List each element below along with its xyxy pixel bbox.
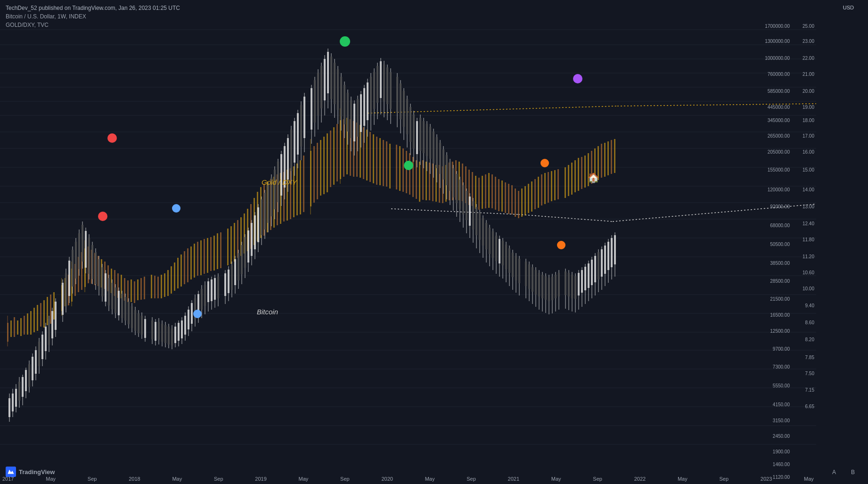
ratio-label-17: 17.00 [802,133,814,139]
svg-rect-346 [234,259,236,285]
ratio-label-785: 7.85 [805,355,814,360]
svg-rect-262 [88,238,90,274]
svg-rect-404 [334,63,336,104]
svg-rect-522 [535,270,537,295]
dot-purple-top-right [573,74,582,83]
svg-rect-478 [459,180,461,209]
svg-rect-500 [495,236,497,261]
chart-svg [0,12,816,464]
svg-rect-518 [528,264,530,289]
svg-rect-472 [449,162,451,191]
label-b[interactable]: B [851,469,855,476]
svg-rect-78 [157,277,159,298]
svg-rect-185 [515,189,516,217]
svg-rect-180 [498,179,500,211]
svg-rect-146 [383,140,384,186]
svg-rect-494 [485,223,487,249]
svg-rect-252 [72,250,74,287]
svg-rect-504 [502,241,504,265]
ratio-label-23: 23.00 [802,39,814,44]
svg-rect-384 [297,113,299,155]
svg-rect-428 [373,72,375,109]
dot-green-top [340,36,350,47]
svg-rect-462 [433,131,434,164]
svg-rect-121 [303,156,304,212]
svg-rect-450 [413,115,415,148]
svg-rect-98 [227,229,229,265]
svg-rect-476 [456,174,458,203]
price-label-50500: 50500.00 [770,242,790,247]
svg-rect-83 [174,263,175,291]
ratio-label-665: 6.65 [805,404,814,409]
tradingview-text: TradingView [19,468,55,476]
svg-rect-400 [327,52,329,93]
bitcoin-label: Bitcoin [257,308,278,316]
svg-rect-536 [558,273,560,296]
svg-rect-328 [201,289,203,310]
svg-rect-79 [161,275,162,298]
dot-blue-bottom [193,310,202,318]
svg-rect-87 [187,248,188,282]
svg-rect-430 [377,66,378,103]
svg-rect-534 [555,275,557,298]
label-a[interactable]: A [832,469,836,476]
svg-rect-46 [53,292,55,320]
svg-rect-392 [314,80,316,123]
svg-rect-444 [403,91,405,127]
svg-rect-314 [178,323,180,341]
publisher-info: TechDev_52 published on TradingView.com,… [6,4,180,12]
ratio-label-20: 20.00 [802,89,814,94]
svg-rect-560 [601,249,603,277]
svg-rect-524 [538,273,540,296]
svg-rect-97 [220,232,221,268]
svg-rect-192 [538,177,539,208]
svg-rect-240 [48,319,50,345]
svg-rect-142 [369,132,371,182]
price-label-1460: 1460.00 [773,462,790,467]
svg-rect-342 [228,270,229,293]
svg-rect-81 [167,270,169,296]
svg-rect-408 [340,77,342,116]
price-label-28500: 28500.00 [770,279,790,284]
svg-rect-71 [131,279,132,302]
svg-rect-540 [568,273,570,296]
svg-rect-44 [47,297,48,325]
svg-rect-456 [423,121,425,153]
svg-rect-422 [363,88,365,126]
time-label-may2020: May [425,476,435,482]
svg-rect-91 [200,240,202,275]
svg-rect-177 [488,173,490,208]
svg-rect-228 [28,364,30,387]
svg-rect-173 [475,176,476,209]
svg-rect-145 [379,138,381,185]
svg-rect-282 [121,294,123,318]
svg-rect-514 [518,259,520,283]
price-label-12500: 12500.00 [770,328,790,334]
svg-rect-214 [614,139,615,173]
price-label-68000: 68000.00 [770,223,790,228]
svg-rect-468 [442,149,444,180]
svg-rect-566 [611,238,613,267]
svg-rect-362 [261,199,262,235]
svg-rect-516 [525,262,527,286]
svg-rect-480 [462,185,464,214]
chart-container: TechDev_52 published on TradingView.com,… [0,0,868,484]
svg-rect-538 [565,271,566,295]
price-label-445000: 445000.00 [768,105,790,110]
svg-rect-125 [317,143,318,199]
svg-rect-244 [55,302,57,330]
svg-rect-260 [85,231,87,268]
svg-rect-378 [287,138,289,180]
time-label-sep2017: Sep [88,476,97,482]
ratio-label-820: 8.20 [805,337,814,342]
svg-rect-268 [98,259,100,290]
svg-rect-37 [24,316,25,335]
svg-rect-420 [360,94,362,132]
svg-rect-82 [171,266,172,294]
svg-rect-564 [607,242,609,270]
svg-rect-38 [27,313,28,335]
svg-rect-274 [108,278,110,305]
svg-rect-200 [568,165,569,196]
ratio-label-18: 18.00 [802,118,814,123]
svg-rect-222 [18,382,20,401]
